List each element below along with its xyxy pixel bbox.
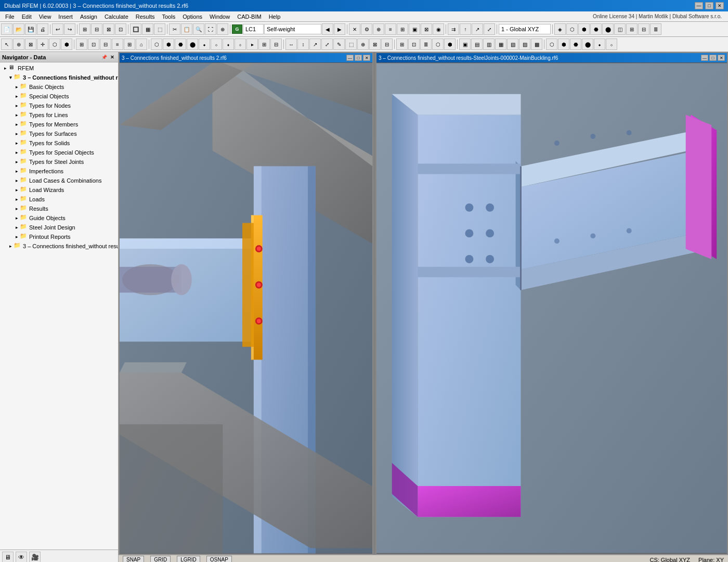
tb28[interactable]: ⬡ [566, 23, 578, 35]
tb-r2-20[interactable]: ⬨ [235, 39, 246, 50]
tb-r2-47[interactable]: ⬣ [570, 39, 581, 50]
tb-r2-27[interactable]: ⤢ [321, 39, 333, 50]
maximize-button[interactable]: □ [705, 2, 713, 9]
menu-assign[interactable]: Assign [77, 12, 100, 21]
menu-cadbim[interactable]: CAD-BIM [234, 12, 264, 21]
menu-edit[interactable]: Edit [19, 12, 35, 21]
tb4[interactable]: ⊟ [91, 23, 102, 35]
tb14[interactable]: ⊕ [217, 23, 228, 35]
tb-r2-44[interactable]: ▩ [531, 39, 542, 50]
minimize-button[interactable]: — [695, 2, 703, 9]
tb-r2-6[interactable]: ⬢ [61, 39, 72, 50]
tb-r2-17[interactable]: ⬥ [199, 39, 210, 50]
load-dropdown[interactable]: Self-weight [264, 24, 321, 34]
tb34[interactable]: ⊟ [638, 23, 649, 35]
tb-r2-50[interactable]: ⬦ [606, 39, 617, 50]
new-button[interactable]: 📄 [1, 23, 12, 35]
nav-btn-data[interactable]: 🖥 [2, 552, 14, 563]
nav-item-steel[interactable]: ▸ 📁 Types for Steel Joints [1, 157, 117, 167]
tb31[interactable]: ⬤ [602, 23, 614, 35]
menu-view[interactable]: View [36, 12, 55, 21]
redo-button[interactable]: ↪ [64, 23, 75, 35]
tb3[interactable]: ⊞ [79, 23, 90, 35]
menu-insert[interactable]: Insert [55, 12, 76, 21]
nav-item-project1[interactable]: ▾ 📁 3 – Connections finished_without res… [1, 73, 117, 82]
tb16[interactable]: ⚙ [361, 23, 372, 35]
tb-r2-48[interactable]: ⬤ [582, 39, 593, 50]
sw-left-minimize[interactable]: — [346, 55, 354, 61]
tb-r2-38[interactable]: ▣ [459, 39, 471, 50]
nav-item-sjdesign[interactable]: ▸ 📁 Steel Joint Design [1, 223, 117, 232]
tb22[interactable]: ◉ [433, 23, 444, 35]
tb-r2-18[interactable]: ⬦ [211, 39, 222, 50]
tb19[interactable]: ⊞ [397, 23, 408, 35]
tb-r2-2[interactable]: ⊕ [13, 39, 24, 50]
tb-r2-9[interactable]: ⊟ [100, 39, 111, 50]
nav-item-lines[interactable]: ▸ 📁 Types for Lines [1, 110, 117, 120]
menu-file[interactable]: File [2, 12, 18, 21]
tb-r2-3[interactable]: ⊠ [25, 39, 36, 50]
tb-r2-23[interactable]: ⊟ [270, 39, 282, 50]
tb-r2-26[interactable]: ↗ [309, 39, 321, 50]
sw-right-close[interactable]: ✕ [718, 55, 725, 61]
tb-r2-13[interactable]: ⬡ [151, 39, 162, 50]
tb-r2-8[interactable]: ⊡ [88, 39, 99, 50]
tb-r2-4[interactable]: ✛ [37, 39, 48, 50]
tb-r2-33[interactable]: ⊞ [396, 39, 408, 50]
status-osnap[interactable]: OSNAP [206, 556, 232, 562]
tb-r2-40[interactable]: ▥ [483, 39, 495, 50]
nav-item-loads[interactable]: ▸ 📁 Loads [1, 195, 117, 204]
nav-item-imperf[interactable]: ▸ 📁 Imperfections [1, 167, 117, 176]
status-lgrid[interactable]: LGRID [177, 556, 200, 562]
menu-window[interactable]: Window [206, 12, 233, 21]
tb-r2-45[interactable]: ⬡ [546, 39, 557, 50]
tb-r2-1[interactable]: ↖ [1, 39, 12, 50]
status-grid[interactable]: GRID [150, 556, 171, 562]
sw-right-maximize[interactable]: □ [709, 55, 717, 61]
tb-r2-24[interactable]: ↔ [285, 39, 297, 50]
tb-r2-43[interactable]: ▨ [519, 39, 530, 50]
nav-btn-display[interactable]: 👁 [16, 552, 27, 563]
nav-item-wizard[interactable]: ▸ 📁 Load Wizards [1, 185, 117, 195]
tb-r2-12[interactable]: ⌂ [136, 39, 147, 50]
tb8[interactable]: ▦ [142, 23, 153, 35]
nav-pin-btn[interactable]: 📌 [100, 54, 108, 61]
tb27[interactable]: ◈ [554, 23, 566, 35]
tb20[interactable]: ▣ [409, 23, 420, 35]
close-button[interactable]: ✕ [716, 2, 724, 9]
nav-item-special[interactable]: ▸ 📁 Special Objects [1, 92, 117, 101]
save-button[interactable]: 💾 [25, 23, 36, 35]
tb-r2-15[interactable]: ⬣ [175, 39, 186, 50]
tb-r2-14[interactable]: ⬢ [163, 39, 174, 50]
menu-results[interactable]: Results [133, 12, 158, 21]
tb-r2-7[interactable]: ⊞ [76, 39, 87, 50]
undo-button[interactable]: ↩ [52, 23, 63, 35]
menu-options[interactable]: Options [179, 12, 205, 21]
nav-close-btn[interactable]: ✕ [109, 54, 116, 61]
tb-r2-25[interactable]: ↕ [297, 39, 309, 50]
tb-r2-41[interactable]: ▦ [495, 39, 506, 50]
lc-next[interactable]: ▶ [334, 23, 345, 35]
lc-dropdown[interactable]: LC1 [243, 24, 264, 34]
tb-r2-22[interactable]: ⊞ [258, 39, 270, 50]
tb-r2-10[interactable]: ≡ [112, 39, 123, 50]
nav-item-members[interactable]: ▸ 📁 Types for Members [1, 120, 117, 129]
tb-r2-49[interactable]: ⬥ [594, 39, 605, 50]
tb11[interactable]: 📋 [181, 23, 192, 35]
viewport-left-canvas[interactable] [120, 62, 372, 554]
tb-r2-42[interactable]: ▧ [507, 39, 518, 50]
tb6[interactable]: ⊡ [115, 23, 126, 35]
view-dropdown[interactable]: 1 - Global XYZ [499, 24, 551, 34]
tb35[interactable]: ≣ [650, 23, 661, 35]
sw-left-close[interactable]: ✕ [363, 55, 370, 61]
tb12[interactable]: 🔍 [193, 23, 204, 35]
nav-item-lcc[interactable]: ▸ 📁 Load Cases & Combinations [1, 176, 117, 185]
tb30[interactable]: ⬣ [590, 23, 602, 35]
nav-item-special-obj[interactable]: ▸ 📁 Types for Special Objects [1, 148, 117, 157]
tb-r2-31[interactable]: ⊠ [369, 39, 381, 50]
nav-item-rfem[interactable]: ▸ 🖥 RFEM [1, 63, 117, 73]
nav-item-guide[interactable]: ▸ 📁 Guide Objects [1, 213, 117, 223]
tb-r2-34[interactable]: ⊡ [408, 39, 420, 50]
tb13[interactable]: ⛶ [205, 23, 216, 35]
lc-prev[interactable]: ◀ [322, 23, 333, 35]
